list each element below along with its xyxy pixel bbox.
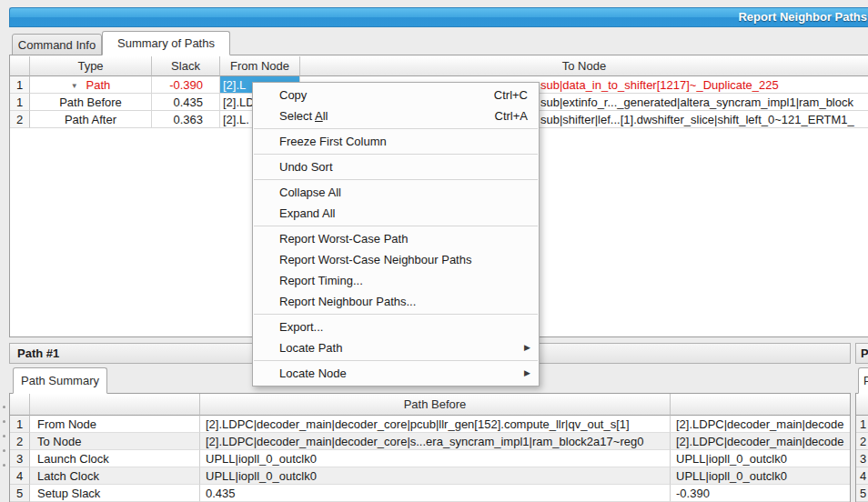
tab-path2-summary[interactable]: P (858, 367, 868, 394)
menu-separator (254, 314, 538, 315)
menu-item-freeze-first-column[interactable]: Freeze First Column (253, 131, 539, 152)
menu-item-label: Locate Node (279, 366, 347, 380)
path-header-path-after[interactable] (671, 394, 850, 416)
type-cell[interactable]: ▼Path (30, 76, 152, 94)
type-label: Path After (65, 113, 116, 126)
path1-title: Path #1 (17, 346, 59, 360)
row-number: 4 (856, 467, 868, 485)
menu-item-label: Report Worst-Case Neighbour Paths (279, 253, 471, 266)
summary-header-rownum (10, 56, 30, 76)
row-number: 2 (10, 111, 30, 128)
row-number: 1 (10, 76, 30, 94)
row-number: 3 (10, 450, 30, 467)
property-label-cell[interactable]: From Node (30, 416, 200, 433)
property-label-cell[interactable]: Latch Clock (30, 467, 200, 485)
menu-separator (254, 179, 538, 180)
menu-separator (254, 360, 538, 361)
menu-separator (254, 154, 538, 155)
slack-cell[interactable]: 0.363 (152, 111, 220, 128)
row-number: 1 (10, 94, 30, 111)
row-number: 1 (10, 416, 30, 433)
row-number: 2 (856, 433, 868, 450)
menu-item-label: Freeze First Column (279, 135, 387, 148)
menu-item-collapse-all[interactable]: Collapse All (253, 182, 539, 203)
type-cell[interactable]: Path Before (30, 94, 152, 111)
menu-item-label: Export... (279, 320, 323, 334)
summary-header-slack[interactable]: Slack (152, 56, 220, 76)
row-number: 3 (856, 450, 868, 467)
menu-item-label: Collapse All (279, 186, 341, 199)
menu-separator (254, 226, 538, 226)
menu-item-undo-sort[interactable]: Undo Sort (253, 156, 539, 177)
slack-cell[interactable]: -0.390 (152, 76, 220, 94)
property-label-cell[interactable]: To Node (30, 433, 200, 450)
menu-shortcut: Ctrl+A (495, 105, 528, 126)
row-number: 5 (10, 485, 30, 502)
path2-title: Pa (861, 346, 868, 360)
type-label: Path Before (59, 95, 122, 109)
splitter-dot (3, 406, 5, 408)
menu-item-copy[interactable]: Ctrl+CCopy (253, 85, 539, 105)
menu-item-report-timing[interactable]: Report Timing... (253, 270, 539, 291)
window-titlebar[interactable]: Report Neighbor Paths (9, 7, 868, 27)
path-after-value-cell[interactable]: UPLL|iopll_0_outclk0 (671, 450, 850, 467)
path-before-value-cell[interactable]: UPLL|iopll_0_outclk0 (200, 450, 671, 467)
menu-item-export[interactable]: Export... (253, 316, 539, 337)
path-after-value-cell[interactable]: -0.390 (671, 485, 850, 502)
tab-command-info[interactable]: Command Info (12, 34, 102, 55)
menu-shortcut: Ctrl+C (494, 85, 528, 105)
path-before-value-cell[interactable]: UPLL|iopll_0_outclk0 (200, 467, 671, 485)
splitter-dot (3, 464, 5, 467)
submenu-arrow-icon: ▶ (524, 363, 530, 384)
window-title: Report Neighbor Paths (738, 10, 867, 24)
menu-item-report-neighbour-paths[interactable]: Report Neighbour Paths... (253, 291, 539, 312)
summary-header-from-node[interactable]: From Node (220, 56, 300, 76)
menu-item-select-all[interactable]: Ctrl+ASelect All (253, 105, 539, 126)
row-number: 1 (856, 416, 868, 433)
menu-separator (254, 128, 538, 129)
expander-icon[interactable]: ▼ (71, 77, 78, 94)
submenu-arrow-icon: ▶ (524, 337, 530, 358)
tab-path-summary[interactable]: Path Summary (13, 367, 107, 394)
path-header-path-before[interactable]: Path Before (200, 394, 671, 416)
menu-item-locate-path[interactable]: ▶Locate Path (253, 337, 539, 358)
menu-item-label: Select All (279, 109, 328, 123)
path2-header-bar: Pa (855, 343, 868, 364)
row-number: 2 (10, 433, 30, 450)
menu-item-report-worst-case-path[interactable]: Report Worst-Case Path (253, 228, 539, 249)
to-node-label: sub|extinfo_r..._generated|altera_syncra… (540, 94, 853, 111)
slack-cell[interactable]: 0.435 (152, 94, 220, 111)
menu-item-report-worst-case-neighbour-paths[interactable]: Report Worst-Case Neighbour Paths (253, 249, 539, 270)
to-node-label: sub|data_in_to_shifter[1217]~_Duplicate_… (540, 76, 779, 94)
tab-summary-of-paths[interactable]: Summary of Paths (102, 31, 230, 55)
menu-item-locate-node[interactable]: ▶Locate Node (253, 363, 539, 384)
summary-header-to-node[interactable]: To Node (300, 56, 868, 76)
property-label-cell[interactable]: Setup Slack (30, 485, 200, 502)
summary-header-type[interactable]: Type (30, 56, 152, 76)
path-header-property (30, 394, 200, 416)
to-node-label: sub|shifter|lef...[1].dwshifter_slice|sh… (540, 111, 854, 128)
menu-item-label: Report Neighbour Paths... (279, 295, 416, 308)
path-after-value-cell[interactable]: [2].LDPC|decoder_main|decode (671, 416, 850, 433)
splitter-dot (3, 420, 5, 423)
path-before-value-cell[interactable]: [2].LDPC|decoder_main|decoder_core|pcub|… (200, 416, 671, 433)
path-header-rownum (10, 394, 30, 416)
menu-item-label: Report Timing... (279, 274, 363, 287)
path-after-value-cell[interactable]: [2].LDPC|decoder_main|decode (671, 433, 850, 450)
menu-item-label: Copy (279, 88, 307, 102)
type-label: Path (86, 78, 111, 92)
menu-item-expand-all[interactable]: Expand All (253, 203, 539, 224)
path-before-value-cell[interactable]: 0.435 (200, 485, 671, 502)
property-label-cell[interactable]: Launch Clock (30, 450, 200, 467)
menu-item-label: Locate Path (279, 341, 342, 355)
row-number: 4 (10, 467, 30, 485)
type-cell[interactable]: Path After (30, 111, 152, 128)
splitter-dot (3, 449, 5, 452)
path-after-value-cell[interactable]: UPLL|iopll_0_outclk0 (671, 467, 850, 485)
context-menu: Ctrl+CCopyCtrl+ASelect AllFreeze First C… (252, 82, 540, 387)
menu-item-label: Report Worst-Case Path (279, 232, 408, 246)
splitter-dot (3, 435, 5, 437)
path-before-value-cell[interactable]: [2].LDPC|decoder_main|decoder_core|s...e… (200, 433, 671, 450)
menu-item-label: Undo Sort (279, 160, 333, 174)
row-number: 5 (856, 485, 868, 502)
